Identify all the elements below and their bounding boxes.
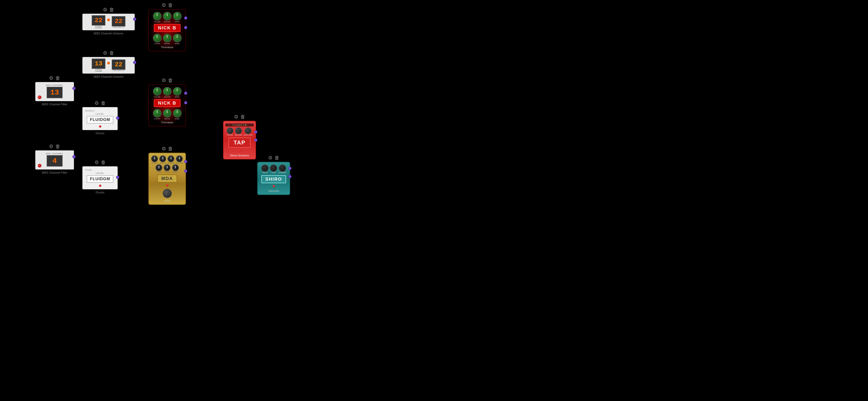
module-controls-11: ⚙ 🗑 [268,155,279,161]
gear-icon-1[interactable]: ⚙ [49,75,54,81]
gear-icon-7[interactable]: ⚙ [162,2,166,8]
connector-drums-2[interactable] [116,176,119,179]
module-controls-5: ⚙ 🗑 [94,100,106,106]
source-display-2: 13 [92,59,105,69]
knob-cutoff-2[interactable] [153,109,162,118]
tap-knob-release[interactable] [235,127,242,134]
connector-unisono-1[interactable] [133,18,136,21]
pedal-connector-2a[interactable] [184,92,187,95]
knob-reson-2[interactable] [163,109,172,118]
unisono-displays-1: 22 SOURCE CHANNEL 22 DUPLICATE TO [92,15,125,29]
midi-unisono-box-2: 13 SOURCE CHANNEL 22 DUPLICATE TO [82,57,135,74]
trash-icon-10[interactable]: 🗑 [240,114,245,120]
drums-bottom-label-1: Drums [96,132,104,135]
level-label-1: LEVEL [96,113,104,115]
level-label-2: LEVEL [96,172,104,174]
mda-badge: MDA [157,174,177,182]
nick-b-badge-2: NICK B [154,99,181,107]
module-controls-10: ⚙ 🗑 [234,114,245,120]
duplicate-display-2: 22 [112,59,125,70]
knob-cutoff-1[interactable] [153,34,162,42]
pedal-connector-1b[interactable] [184,26,187,29]
knob-mode-1[interactable] [173,34,182,42]
orange-dot-2[interactable] [107,62,110,64]
knob-reson-1[interactable] [163,34,172,42]
connector-drums-1[interactable] [116,116,119,120]
mda-knob-sustain[interactable] [167,155,174,162]
stereo-dynamics-label: Stereo Dynamics [230,154,249,157]
tap-led [239,149,241,152]
shiro-knob-ratio[interactable] [261,165,269,172]
mda-knob-decay[interactable] [159,155,166,162]
midi-filter-label-1: MIDI Channel Filter [42,103,67,106]
shiro-connector-b[interactable] [288,175,291,178]
knob-volume-1[interactable] [153,12,162,21]
trash-icon-3[interactable]: 🗑 [109,7,114,13]
pedal-connector-2b[interactable] [184,101,187,104]
knob-master-1[interactable] [163,12,172,21]
mda-knob-vibrato[interactable] [172,164,179,171]
knob-master-2[interactable] [163,87,172,96]
connector-right-2[interactable] [72,155,75,159]
trash-icon-4[interactable]: 🗑 [109,50,114,56]
trash-icon-6[interactable]: 🗑 [101,160,106,165]
drums-box-1: Standard 2 LEVEL FLUIDGM [82,107,118,130]
connector-right-1[interactable] [72,87,75,90]
gear-icon-5[interactable]: ⚙ [94,100,99,106]
mda-knob-attack[interactable] [151,155,158,162]
triceratops-name-1: Triceratops [161,46,174,49]
tap-knob-attack[interactable] [227,127,234,134]
knob-volume-2[interactable] [153,87,162,96]
gear-icon-3[interactable]: ⚙ [103,7,107,13]
mda-connector-b[interactable] [184,170,187,173]
mda-knob-release[interactable] [176,155,183,162]
triceratops-module-1: ⚙ 🗑 VOLUME MASTER DRIVE NICK B [148,2,186,51]
tap-knob-makeup[interactable] [245,127,251,134]
gear-icon-8[interactable]: ⚙ [162,78,166,83]
mda-knob-reson[interactable] [164,164,170,171]
gear-icon-4[interactable]: ⚙ [103,50,107,56]
module-controls-7: ⚙ 🗑 [162,2,173,8]
shiro-pedal: RATIO TONE SHIMMER SHIRO Shiroverb [257,162,290,195]
trash-icon-1[interactable]: 🗑 [55,75,60,81]
gear-icon-6[interactable]: ⚙ [94,160,99,165]
mda-knob-filter[interactable] [155,164,162,171]
shiro-knob-tone[interactable] [270,165,277,172]
trash-icon-8[interactable]: 🗑 [168,78,173,83]
module-controls-8: ⚙ 🗑 [162,78,173,83]
mda-connector-a[interactable] [184,160,187,163]
triceratops-name-2: Triceratops [161,121,174,124]
tap-connector-b[interactable] [254,139,257,142]
pedal-connector-1a[interactable] [184,17,187,20]
orange-dot-1[interactable] [107,19,110,21]
gear-icon-11[interactable]: ⚙ [268,155,273,161]
midi-unisono-module-2: ⚙ 🗑 13 SOURCE CHANNEL 22 DUPLICATE TO MI… [82,50,135,78]
trash-icon-9[interactable]: 🗑 [168,146,173,152]
trash-icon-7[interactable]: 🗑 [168,2,173,8]
shiro-knob-shimmer[interactable] [279,165,286,172]
trash-icon-11[interactable]: 🗑 [275,155,279,161]
mda-name: JX10 [164,199,170,202]
midi-channel-label-2: MIDI CHANNEL [46,152,63,155]
knob-mode-2[interactable] [173,109,182,118]
triceratops-module-2: ⚙ 🗑 VOLUME MASTER DRIVE NICK B [148,78,186,126]
shiro-connector-a[interactable] [288,167,291,170]
source-label-2: SOURCE CHANNEL [92,69,105,72]
red-knob-2[interactable] [38,164,41,168]
mda-foot-button[interactable] [163,189,172,198]
gear-icon-9[interactable]: ⚙ [162,146,166,152]
red-knob-1[interactable] [38,95,41,99]
trash-icon-5[interactable]: 🗑 [101,100,106,106]
tap-connector-a[interactable] [254,130,257,134]
module-controls-2: ⚙ 🗑 [49,144,60,149]
triceratops-pedal-1: VOLUME MASTER DRIVE NICK B CUTOFF [148,9,186,51]
gear-icon-10[interactable]: ⚙ [234,114,239,120]
connector-unisono-2[interactable] [133,61,136,64]
midi-filter-box-1: MIDI CHANNEL 13 [35,82,74,101]
trash-icon-2[interactable]: 🗑 [55,144,60,149]
tap-info-bar: 3:1 comp at -4 dB [225,123,254,126]
module-controls-1: ⚙ 🗑 [49,75,60,81]
knob-drive-1[interactable] [173,12,182,21]
knob-drive-2[interactable] [173,87,182,96]
gear-icon-2[interactable]: ⚙ [49,144,54,149]
